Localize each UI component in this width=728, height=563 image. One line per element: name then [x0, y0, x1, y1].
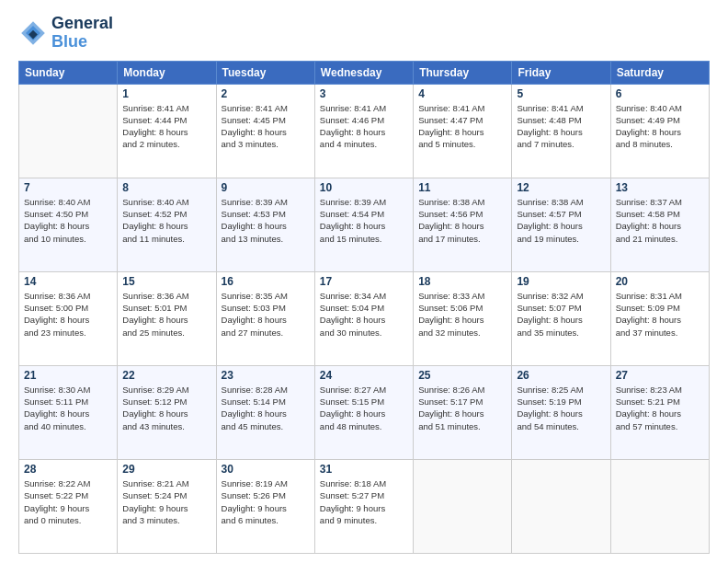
day-detail: Sunrise: 8:40 AM Sunset: 4:49 PM Dayligh…: [616, 102, 704, 151]
day-cell: 17Sunrise: 8:34 AM Sunset: 5:04 PM Dayli…: [314, 271, 413, 365]
day-number: 18: [418, 275, 506, 288]
day-detail: Sunrise: 8:25 AM Sunset: 5:19 PM Dayligh…: [517, 384, 605, 432]
day-number: 8: [122, 181, 210, 194]
day-number: 7: [24, 181, 112, 194]
day-cell: [512, 459, 610, 553]
page: General Blue SundayMondayTuesdayWednesda…: [0, 0, 728, 563]
day-number: 13: [616, 181, 704, 194]
day-cell: 29Sunrise: 8:21 AM Sunset: 5:24 PM Dayli…: [118, 459, 216, 553]
day-detail: Sunrise: 8:23 AM Sunset: 5:21 PM Dayligh…: [616, 384, 704, 432]
day-cell: 5Sunrise: 8:41 AM Sunset: 4:48 PM Daylig…: [512, 84, 610, 178]
day-number: 21: [24, 369, 112, 382]
day-cell: 2Sunrise: 8:41 AM Sunset: 4:45 PM Daylig…: [216, 84, 314, 178]
week-row-2: 14Sunrise: 8:36 AM Sunset: 5:00 PM Dayli…: [19, 271, 710, 365]
day-cell: 27Sunrise: 8:23 AM Sunset: 5:21 PM Dayli…: [610, 365, 709, 459]
col-header-wednesday: Wednesday: [314, 61, 413, 84]
day-detail: Sunrise: 8:33 AM Sunset: 5:06 PM Dayligh…: [418, 290, 506, 339]
day-detail: Sunrise: 8:31 AM Sunset: 5:09 PM Dayligh…: [616, 290, 704, 339]
day-detail: Sunrise: 8:19 AM Sunset: 5:26 PM Dayligh…: [222, 477, 310, 526]
day-number: 6: [616, 87, 704, 100]
col-header-monday: Monday: [118, 61, 216, 84]
col-header-thursday: Thursday: [414, 61, 512, 84]
day-detail: Sunrise: 8:38 AM Sunset: 4:57 PM Dayligh…: [517, 196, 605, 245]
day-cell: 4Sunrise: 8:41 AM Sunset: 4:47 PM Daylig…: [414, 84, 512, 178]
day-number: 25: [418, 369, 506, 382]
day-detail: Sunrise: 8:40 AM Sunset: 4:50 PM Dayligh…: [24, 196, 112, 245]
day-cell: 12Sunrise: 8:38 AM Sunset: 4:57 PM Dayli…: [512, 178, 610, 271]
day-number: 9: [222, 181, 310, 194]
day-detail: Sunrise: 8:41 AM Sunset: 4:44 PM Dayligh…: [122, 102, 210, 151]
day-number: 17: [320, 275, 408, 288]
day-number: 3: [320, 87, 408, 100]
day-number: 14: [24, 275, 112, 288]
day-number: 28: [24, 463, 112, 476]
day-cell: 6Sunrise: 8:40 AM Sunset: 4:49 PM Daylig…: [610, 84, 709, 178]
week-row-3: 21Sunrise: 8:30 AM Sunset: 5:11 PM Dayli…: [19, 365, 710, 459]
day-cell: 23Sunrise: 8:28 AM Sunset: 5:14 PM Dayli…: [216, 365, 314, 459]
col-header-friday: Friday: [512, 61, 610, 84]
day-detail: Sunrise: 8:21 AM Sunset: 5:24 PM Dayligh…: [122, 477, 210, 526]
day-number: 10: [320, 181, 408, 194]
day-number: 30: [222, 463, 310, 476]
day-detail: Sunrise: 8:40 AM Sunset: 4:52 PM Dayligh…: [122, 196, 210, 245]
day-number: 27: [616, 369, 704, 382]
day-number: 5: [517, 87, 605, 100]
day-detail: Sunrise: 8:35 AM Sunset: 5:03 PM Dayligh…: [222, 290, 310, 339]
day-detail: Sunrise: 8:29 AM Sunset: 5:12 PM Dayligh…: [122, 384, 210, 432]
week-row-1: 7Sunrise: 8:40 AM Sunset: 4:50 PM Daylig…: [19, 178, 710, 271]
day-number: 31: [320, 463, 408, 476]
day-cell: 20Sunrise: 8:31 AM Sunset: 5:09 PM Dayli…: [610, 271, 709, 365]
calendar-header-row: SundayMondayTuesdayWednesdayThursdayFrid…: [19, 61, 710, 84]
day-detail: Sunrise: 8:36 AM Sunset: 5:01 PM Dayligh…: [122, 290, 210, 339]
day-number: 29: [122, 463, 210, 476]
day-number: 1: [122, 87, 210, 100]
day-cell: 16Sunrise: 8:35 AM Sunset: 5:03 PM Dayli…: [216, 271, 314, 365]
day-detail: Sunrise: 8:38 AM Sunset: 4:56 PM Dayligh…: [418, 196, 506, 245]
day-number: 12: [517, 181, 605, 194]
logo-text: General Blue: [51, 15, 113, 52]
day-cell: 21Sunrise: 8:30 AM Sunset: 5:11 PM Dayli…: [19, 365, 118, 459]
day-detail: Sunrise: 8:22 AM Sunset: 5:22 PM Dayligh…: [24, 477, 112, 526]
day-cell: 18Sunrise: 8:33 AM Sunset: 5:06 PM Dayli…: [414, 271, 512, 365]
day-cell: 25Sunrise: 8:26 AM Sunset: 5:17 PM Dayli…: [414, 365, 512, 459]
day-cell: 8Sunrise: 8:40 AM Sunset: 4:52 PM Daylig…: [118, 178, 216, 271]
day-detail: Sunrise: 8:41 AM Sunset: 4:45 PM Dayligh…: [222, 102, 310, 151]
day-number: 11: [418, 181, 506, 194]
day-detail: Sunrise: 8:18 AM Sunset: 5:27 PM Dayligh…: [320, 477, 408, 526]
day-number: 20: [616, 275, 704, 288]
col-header-saturday: Saturday: [610, 61, 709, 84]
day-detail: Sunrise: 8:30 AM Sunset: 5:11 PM Dayligh…: [24, 384, 112, 432]
day-number: 23: [222, 369, 310, 382]
day-cell: 13Sunrise: 8:37 AM Sunset: 4:58 PM Dayli…: [610, 178, 709, 271]
day-detail: Sunrise: 8:39 AM Sunset: 4:54 PM Dayligh…: [320, 196, 408, 245]
logo-icon: [18, 18, 48, 48]
day-detail: Sunrise: 8:27 AM Sunset: 5:15 PM Dayligh…: [320, 384, 408, 432]
day-detail: Sunrise: 8:26 AM Sunset: 5:17 PM Dayligh…: [418, 384, 506, 432]
day-number: 26: [517, 369, 605, 382]
day-detail: Sunrise: 8:41 AM Sunset: 4:46 PM Dayligh…: [320, 102, 408, 151]
day-detail: Sunrise: 8:41 AM Sunset: 4:47 PM Dayligh…: [418, 102, 506, 151]
week-row-0: 1Sunrise: 8:41 AM Sunset: 4:44 PM Daylig…: [19, 84, 710, 178]
day-number: 22: [122, 369, 210, 382]
col-header-sunday: Sunday: [19, 61, 118, 84]
day-number: 19: [517, 275, 605, 288]
day-cell: 24Sunrise: 8:27 AM Sunset: 5:15 PM Dayli…: [314, 365, 413, 459]
day-detail: Sunrise: 8:34 AM Sunset: 5:04 PM Dayligh…: [320, 290, 408, 339]
calendar-table: SundayMondayTuesdayWednesdayThursdayFrid…: [18, 61, 710, 554]
col-header-tuesday: Tuesday: [216, 61, 314, 84]
day-cell: 3Sunrise: 8:41 AM Sunset: 4:46 PM Daylig…: [314, 84, 413, 178]
day-number: 4: [418, 87, 506, 100]
day-number: 16: [222, 275, 310, 288]
day-cell: 22Sunrise: 8:29 AM Sunset: 5:12 PM Dayli…: [118, 365, 216, 459]
day-cell: 11Sunrise: 8:38 AM Sunset: 4:56 PM Dayli…: [414, 178, 512, 271]
day-cell: 15Sunrise: 8:36 AM Sunset: 5:01 PM Dayli…: [118, 271, 216, 365]
day-cell: 1Sunrise: 8:41 AM Sunset: 4:44 PM Daylig…: [118, 84, 216, 178]
header: General Blue: [18, 15, 710, 52]
day-cell: 10Sunrise: 8:39 AM Sunset: 4:54 PM Dayli…: [314, 178, 413, 271]
day-detail: Sunrise: 8:41 AM Sunset: 4:48 PM Dayligh…: [517, 102, 605, 151]
day-cell: 26Sunrise: 8:25 AM Sunset: 5:19 PM Dayli…: [512, 365, 610, 459]
day-cell: 19Sunrise: 8:32 AM Sunset: 5:07 PM Dayli…: [512, 271, 610, 365]
week-row-4: 28Sunrise: 8:22 AM Sunset: 5:22 PM Dayli…: [19, 459, 710, 553]
day-detail: Sunrise: 8:39 AM Sunset: 4:53 PM Dayligh…: [222, 196, 310, 245]
day-cell: 30Sunrise: 8:19 AM Sunset: 5:26 PM Dayli…: [216, 459, 314, 553]
